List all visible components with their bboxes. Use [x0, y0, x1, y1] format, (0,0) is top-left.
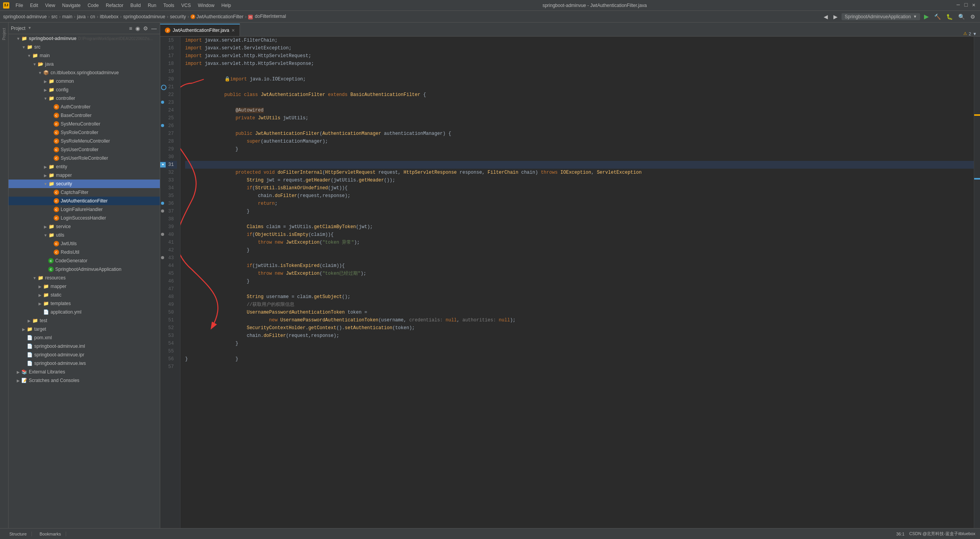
- breadcrumb-security[interactable]: security: [170, 14, 186, 19]
- tree-sysmenu-controller[interactable]: C SysMenuController: [9, 120, 160, 128]
- tree-base-controller[interactable]: C BaseController: [9, 111, 160, 120]
- tree-entity[interactable]: ▶ 📁 entity: [9, 162, 160, 171]
- expand-warnings[interactable]: ▼: [973, 31, 977, 36]
- tree-external-libraries[interactable]: ▶ 📚 External Libraries: [9, 368, 160, 376]
- bottom-tab-bookmarks[interactable]: Bookmarks: [35, 532, 66, 536]
- breadcrumb-pkg[interactable]: springbootadminvue: [123, 14, 165, 19]
- menu-view[interactable]: View: [42, 2, 58, 9]
- tree-scratches[interactable]: ▶ 📝 Scratches and Consoles: [9, 376, 160, 385]
- tree-templates[interactable]: ▶ 📁 templates: [9, 299, 160, 308]
- tree-application-yml[interactable]: 📄 application.yml: [9, 308, 160, 316]
- linenum-17: 17: [160, 52, 177, 60]
- toolbar-right: ◀ ▶ SpringbootAdminvueApplication ▼ ▶ 🔨 …: [822, 12, 977, 21]
- linenum-20: 20: [160, 75, 177, 83]
- tree-iml[interactable]: 📄 springboot-adminvue.iml: [9, 342, 160, 351]
- linenum-49: 49: [160, 301, 177, 309]
- breadcrumb-itbluebox[interactable]: itbluebox: [100, 14, 119, 19]
- menu-edit[interactable]: Edit: [27, 2, 41, 9]
- settings-button-tree[interactable]: ⚙: [142, 24, 149, 32]
- menu-file[interactable]: File: [12, 2, 26, 9]
- tree-mapper-res[interactable]: ▶ 📁 mapper: [9, 282, 160, 291]
- scope-button[interactable]: ◉: [135, 24, 141, 32]
- menu-refactor[interactable]: Refactor: [103, 2, 126, 9]
- tree-auth-controller[interactable]: C AuthController: [9, 103, 160, 111]
- breadcrumb-class[interactable]: J JwtAuthenticationFilter: [191, 14, 243, 19]
- tree-service[interactable]: ▶ 📁 service: [9, 222, 160, 231]
- editor-tab-jwt[interactable]: J JwtAuthenticationFilter.java ×: [160, 24, 240, 36]
- menu-help[interactable]: Help: [218, 2, 234, 9]
- tree-sysrole-controller[interactable]: C SysRoleController: [9, 128, 160, 137]
- hide-button[interactable]: —: [150, 24, 158, 32]
- tree-common[interactable]: ▶ 📁 common: [9, 77, 160, 85]
- breadcrumb-method[interactable]: m doFilterInternal: [248, 14, 286, 19]
- close-button[interactable]: ✕: [971, 2, 977, 9]
- bottom-tab-structure[interactable]: Structure: [5, 532, 32, 536]
- search-button[interactable]: 🔍: [957, 13, 966, 21]
- tree-test[interactable]: ▶ 📁 test: [9, 316, 160, 325]
- project-tab[interactable]: Project: [1, 26, 7, 42]
- left-vtabs: Project: [0, 23, 9, 528]
- tree-jwtutils[interactable]: C JwtUtils: [9, 239, 160, 248]
- tree-app-main[interactable]: C SpringbootAdminvueApplication: [9, 265, 160, 274]
- breadcrumb-main[interactable]: main: [62, 14, 72, 19]
- tree-sysuser-controller[interactable]: C SysUserController: [9, 145, 160, 154]
- tree-static[interactable]: ▶ 📁 static: [9, 291, 160, 299]
- breadcrumb-java[interactable]: java: [77, 14, 86, 19]
- linenum-42: 42: [160, 246, 177, 254]
- tree-sysrolemenu-controller[interactable]: C SysRoleMenuController: [9, 137, 160, 145]
- tree-java[interactable]: ▼ 📂 java: [9, 60, 160, 68]
- tree-resources[interactable]: ▼ 📁 resources: [9, 274, 160, 282]
- menu-code[interactable]: Code: [84, 2, 102, 9]
- menu-build[interactable]: Build: [127, 2, 144, 9]
- editor-content[interactable]: 15 16 17 18 19 20 21 22 23: [160, 37, 980, 528]
- dropdown-icon[interactable]: ▼: [28, 26, 31, 30]
- tree-main[interactable]: ▼ 📁 main: [9, 51, 160, 60]
- tree-mapper-pkg[interactable]: ▶ 📁 mapper: [9, 171, 160, 180]
- code-line-40: throw new JwtException("token 异常");: [185, 231, 974, 239]
- tree-jwt-filter[interactable]: C JwtAuthenticationFilter: [9, 197, 160, 205]
- minimize-button[interactable]: ─: [955, 2, 961, 9]
- run-button[interactable]: ▶: [922, 12, 930, 21]
- tree-ipr[interactable]: 📄 springboot-adminvue.ipr: [9, 351, 160, 359]
- run-config-selector[interactable]: SpringbootAdminvueApplication ▼: [842, 13, 920, 20]
- tree-pom-xml[interactable]: 📄 pom.xml: [9, 333, 160, 342]
- tree-login-failure[interactable]: C LoginFailureHandler: [9, 205, 160, 214]
- breadcrumb-project[interactable]: springboot-adminvue: [3, 14, 47, 19]
- tree-target[interactable]: ▶ 📁 target: [9, 325, 160, 333]
- debug-button[interactable]: 🐛: [945, 13, 954, 21]
- tab-close-button[interactable]: ×: [231, 27, 234, 33]
- tree-redisutil[interactable]: C RedisUtil: [9, 248, 160, 256]
- editor-scroll[interactable]: 15 16 17 18 19 20 21 22 23: [160, 37, 980, 528]
- tree-security[interactable]: ▼ 📁 security: [9, 180, 160, 188]
- forward-button[interactable]: ▶: [832, 13, 839, 21]
- tree-utils[interactable]: ▼ 📁 utils: [9, 231, 160, 239]
- tree-config[interactable]: ▶ 📁 config: [9, 85, 160, 94]
- linenum-56: 56: [160, 355, 177, 363]
- menu-run[interactable]: Run: [145, 2, 159, 9]
- nav-bar: springboot-adminvue › src › main › java …: [0, 11, 980, 23]
- settings-button[interactable]: ⚙: [969, 13, 977, 21]
- tree-sysuserrole-controller[interactable]: C SysUserRoleController: [9, 154, 160, 162]
- maximize-button[interactable]: □: [963, 2, 969, 9]
- tree-root[interactable]: ▼ 📁 springboot-adminvue D:\ProgramWorkSp…: [9, 34, 160, 43]
- tree-src[interactable]: ▼ 📁 src: [9, 43, 160, 51]
- tree-codegenerator[interactable]: C CodeGenerator: [9, 256, 160, 265]
- breadcrumb-src[interactable]: src: [51, 14, 58, 19]
- menu-window[interactable]: Window: [195, 2, 218, 9]
- tree-login-success[interactable]: C LoginSuccessHandler: [9, 214, 160, 222]
- linenum-25: 25: [160, 114, 177, 122]
- menu-tools[interactable]: Tools: [160, 2, 177, 9]
- build-button[interactable]: 🔨: [933, 13, 942, 21]
- code-line-56: }: [185, 355, 974, 363]
- code-editor[interactable]: import javax.servlet.FilterChain; import…: [180, 37, 974, 528]
- tree-controller[interactable]: ▼ 📁 controller: [9, 94, 160, 103]
- menu-navigate[interactable]: Navigate: [59, 2, 84, 9]
- tree-package[interactable]: ▼ 📦 cn.itbluebox.springbootadminvue: [9, 68, 160, 77]
- tree-iws[interactable]: 📄 springboot-adminvue.iws: [9, 359, 160, 368]
- menu-vcs[interactable]: VCS: [178, 2, 194, 9]
- project-sidebar: Project ▼ ≡ ◉ ⚙ — ▼ 📁 springboot-adminvu…: [9, 23, 160, 528]
- back-button[interactable]: ◀: [822, 13, 830, 21]
- collapse-all-button[interactable]: ≡: [128, 24, 133, 32]
- breadcrumb-cn[interactable]: cn: [90, 14, 95, 19]
- tree-captcha-filter[interactable]: C CaptchaFilter: [9, 188, 160, 197]
